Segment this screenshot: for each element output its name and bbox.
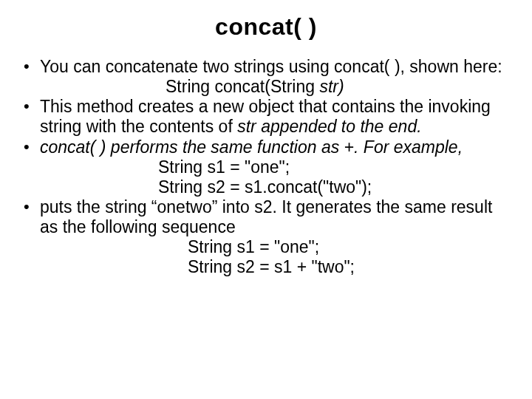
slide-title: concat( ) [21, 13, 511, 41]
slide: concat( ) You can concatenate two string… [0, 0, 532, 399]
bullet-text-italic: concat( ) performs the same function as … [40, 137, 463, 157]
bullet-subline: String s2 = s1 + "two"; [40, 257, 511, 277]
bullet-text-italic: str appended to the end. [237, 117, 421, 136]
bullet-list: You can concatenate two strings using co… [21, 57, 511, 277]
bullet-item: This method creates a new object that co… [21, 97, 511, 137]
bullet-subline: String s2 = s1.concat("two"); [40, 177, 511, 197]
bullet-subline: String s1 = "one"; [40, 157, 511, 177]
code-italic: str) [319, 77, 344, 96]
bullet-item: You can concatenate two strings using co… [21, 57, 511, 97]
code-text: String concat(String [166, 77, 319, 96]
bullet-subline: String concat(String str) [40, 77, 511, 97]
bullet-item: concat( ) performs the same function as … [21, 137, 511, 197]
bullet-item: puts the string “onetwo” into s2. It gen… [21, 197, 511, 278]
bullet-text: You can concatenate two strings using co… [40, 57, 502, 76]
bullet-subline: String s1 = "one"; [40, 237, 511, 257]
bullet-text: puts the string “onetwo” into s2. It gen… [40, 197, 492, 236]
